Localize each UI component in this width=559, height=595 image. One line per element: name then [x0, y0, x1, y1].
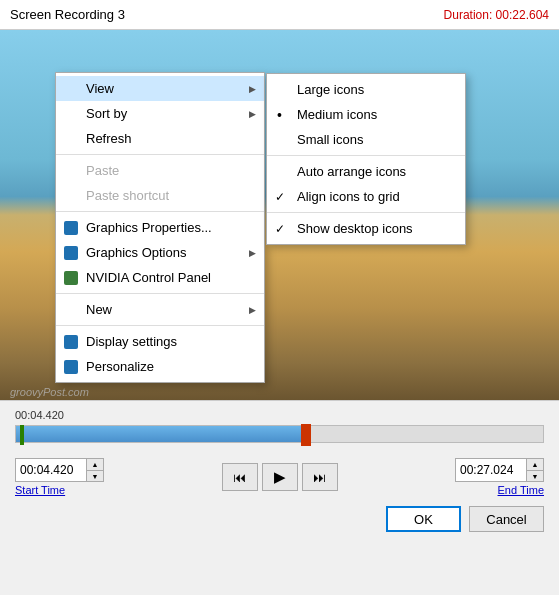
submenu-small-icons[interactable]: Small icons	[267, 127, 465, 152]
end-time-label[interactable]: End Time	[498, 484, 544, 496]
menu-item-nvidia[interactable]: NVIDIA Control Panel	[56, 265, 264, 290]
menu-label-personalize: Personalize	[86, 359, 154, 374]
align-check: ✓	[275, 190, 285, 204]
menu-item-paste-shortcut: Paste shortcut	[56, 183, 264, 208]
menu-sep4	[56, 325, 264, 326]
menu-label-graphics-props: Graphics Properties...	[86, 220, 212, 235]
watermark: groovyPost.com	[10, 386, 89, 398]
menu-sep1	[56, 154, 264, 155]
submenu-align-grid[interactable]: ✓ Align icons to grid	[267, 184, 465, 209]
start-time-up[interactable]: ▲	[87, 459, 103, 470]
menu-label-nvidia: NVIDIA Control Panel	[86, 270, 211, 285]
graphics-options-icon	[62, 244, 80, 262]
current-time-display: 00:04.420	[15, 409, 544, 421]
timeline-area: 00:04.420	[0, 400, 559, 454]
start-marker	[20, 425, 24, 445]
menu-item-graphics-options[interactable]: Graphics Options	[56, 240, 264, 265]
menu-label-graphics-options: Graphics Options	[86, 245, 186, 260]
timeline-bar[interactable]	[15, 425, 544, 443]
nvidia-icon	[62, 269, 80, 287]
display-settings-icon	[62, 333, 80, 351]
video-area: View Large icons • Medium icons Small ic…	[0, 30, 559, 400]
menu-item-paste: Paste	[56, 158, 264, 183]
submenu-label-small: Small icons	[297, 132, 363, 147]
menu-label-paste-shortcut: Paste shortcut	[86, 188, 169, 203]
end-time-input-wrapper: ▲ ▼	[455, 458, 544, 482]
step-forward-button[interactable]: ⏭	[302, 463, 338, 491]
bottom-row: OK Cancel	[0, 500, 559, 540]
menu-item-display-settings[interactable]: Display settings	[56, 329, 264, 354]
submenu-sep2	[267, 212, 465, 213]
timeline-filled	[16, 426, 306, 442]
submenu-label-auto: Auto arrange icons	[297, 164, 406, 179]
menu-sep3	[56, 293, 264, 294]
medium-bullet: •	[277, 108, 282, 122]
submenu-medium-icons[interactable]: • Medium icons	[267, 102, 465, 127]
graphics-props-icon	[62, 219, 80, 237]
menu-label-sort: Sort by	[86, 106, 127, 121]
end-time-group: ▲ ▼ End Time	[455, 458, 544, 496]
submenu-label-medium: Medium icons	[297, 107, 377, 122]
submenu-sep1	[267, 155, 465, 156]
title-bar-duration: Duration: 00:22.604	[444, 8, 549, 22]
menu-label-display-settings: Display settings	[86, 334, 177, 349]
title-bar: Screen Recording 3 Duration: 00:22.604	[0, 0, 559, 30]
end-time-input[interactable]	[456, 460, 526, 480]
submenu-label-large: Large icons	[297, 82, 364, 97]
cancel-button[interactable]: Cancel	[469, 506, 544, 532]
timeline-handle[interactable]	[301, 424, 311, 446]
end-time-down[interactable]: ▼	[527, 470, 543, 481]
menu-label-view: View	[86, 81, 114, 96]
step-back-button[interactable]: ⏮	[222, 463, 258, 491]
submenu-label-align: Align icons to grid	[297, 189, 400, 204]
view-submenu: Large icons • Medium icons Small icons A…	[266, 73, 466, 245]
personalize-icon	[62, 358, 80, 376]
menu-item-new[interactable]: New	[56, 297, 264, 322]
submenu-show-desktop[interactable]: ✓ Show desktop icons	[267, 216, 465, 241]
start-time-input-wrapper: ▲ ▼	[15, 458, 104, 482]
title-bar-title: Screen Recording 3	[10, 7, 125, 22]
menu-sep2	[56, 211, 264, 212]
menu-item-sort-by[interactable]: Sort by	[56, 101, 264, 126]
show-check: ✓	[275, 222, 285, 236]
play-button[interactable]: ▶	[262, 463, 298, 491]
start-time-label[interactable]: Start Time	[15, 484, 65, 496]
start-time-group: ▲ ▼ Start Time	[15, 458, 104, 496]
context-menu: View Large icons • Medium icons Small ic…	[55, 72, 265, 383]
menu-label-paste: Paste	[86, 163, 119, 178]
submenu-large-icons[interactable]: Large icons	[267, 77, 465, 102]
end-time-up[interactable]: ▲	[527, 459, 543, 470]
menu-item-personalize[interactable]: Personalize	[56, 354, 264, 379]
end-time-spinner: ▲ ▼	[526, 459, 543, 481]
playback-controls: ⏮ ▶ ⏭	[222, 463, 338, 491]
submenu-auto-arrange[interactable]: Auto arrange icons	[267, 159, 465, 184]
start-time-input[interactable]	[16, 460, 86, 480]
ok-button[interactable]: OK	[386, 506, 461, 532]
menu-item-graphics-props[interactable]: Graphics Properties...	[56, 215, 264, 240]
menu-item-refresh[interactable]: Refresh	[56, 126, 264, 151]
start-time-spinner: ▲ ▼	[86, 459, 103, 481]
submenu-label-show-desktop: Show desktop icons	[297, 221, 413, 236]
menu-label-new: New	[86, 302, 112, 317]
menu-label-refresh: Refresh	[86, 131, 132, 146]
controls-row: ▲ ▼ Start Time ⏮ ▶ ⏭ ▲ ▼ End Time	[0, 454, 559, 500]
start-time-down[interactable]: ▼	[87, 470, 103, 481]
menu-item-view[interactable]: View Large icons • Medium icons Small ic…	[56, 76, 264, 101]
